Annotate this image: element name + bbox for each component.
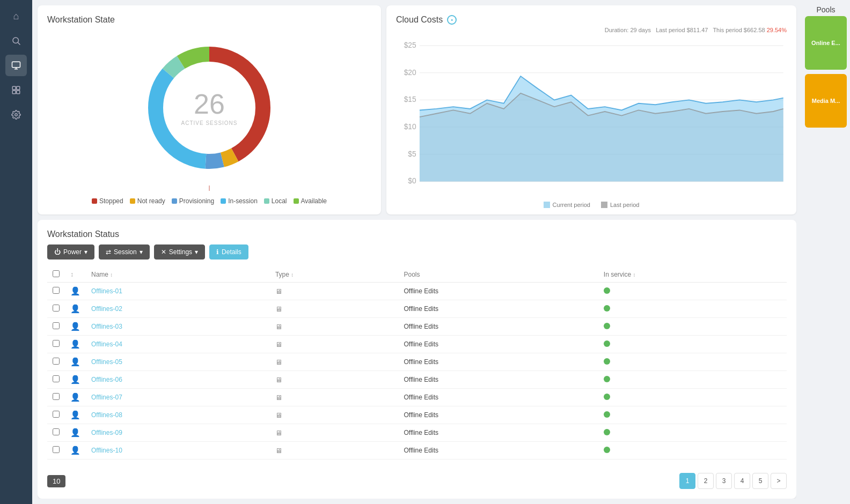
in-service-indicator — [604, 358, 610, 365]
monitor-type-icon: 🖥 — [275, 305, 282, 313]
col-pools-header[interactable]: Pools — [398, 267, 598, 283]
row-user-icon-cell: 👤 — [65, 300, 86, 318]
cloud-costs-info-badge[interactable]: • — [447, 15, 457, 25]
user-icon: 👤 — [70, 357, 80, 366]
pool-item-media[interactable]: Media M... — [805, 74, 847, 128]
row-checkbox-9[interactable] — [53, 446, 60, 453]
table-row: 👤 Offlines-03 🖥 Offline Edits — [47, 318, 787, 336]
row-checkbox-cell — [47, 389, 65, 406]
row-type-cell: 🖥 — [270, 336, 399, 353]
workstation-state-card: Workstation State 26 ACTIVE SESSIONS — [38, 5, 381, 214]
cloud-costs-title: Cloud Costs — [396, 15, 443, 25]
legend-current-period: Current period — [544, 202, 590, 208]
col-sort-header[interactable]: ↕ — [65, 267, 86, 283]
row-name-cell: Offlines-01 — [86, 283, 270, 300]
row-checkbox-1[interactable] — [53, 305, 60, 312]
row-name-cell: Offlines-10 — [86, 442, 270, 459]
select-all-checkbox[interactable] — [53, 270, 60, 277]
page-5-button[interactable]: 5 — [752, 473, 768, 489]
row-checkbox-cell — [47, 371, 65, 389]
row-checkbox-cell — [47, 424, 65, 442]
svg-text:$15: $15 — [404, 95, 416, 103]
cloud-costs-header: Cloud Costs • — [396, 15, 787, 25]
user-icon: 👤 — [70, 304, 80, 313]
row-checkbox-8[interactable] — [53, 428, 60, 435]
sidebar: ⌂ — [0, 0, 32, 504]
user-icon: 👤 — [70, 428, 80, 437]
page-4-button[interactable]: 4 — [734, 473, 750, 489]
sidebar-search-icon[interactable] — [5, 30, 27, 51]
in-service-indicator — [604, 429, 610, 435]
row-checkbox-2[interactable] — [53, 322, 60, 329]
page-next-button[interactable]: > — [771, 473, 787, 489]
page-3-button[interactable]: 3 — [716, 473, 732, 489]
svg-text:$20: $20 — [404, 68, 416, 76]
row-pool-cell: Offline Edits — [398, 406, 598, 424]
row-name-cell: Offlines-08 — [86, 406, 270, 424]
power-label: Power — [63, 248, 82, 256]
table-header-row: ↕ Name ↕ Type ↕ Pools In service ↕ — [47, 267, 787, 283]
main-content: Workstation State 26 ACTIVE SESSIONS — [32, 0, 802, 504]
row-pool-cell: Offline Edits — [398, 300, 598, 318]
row-type-cell: 🖥 — [270, 283, 399, 300]
user-icon: 👤 — [70, 339, 80, 349]
legend-provisioning-label: Provisioning — [179, 197, 214, 205]
active-sessions-label: ACTIVE SESSIONS — [181, 120, 237, 125]
workstation-state-title: Workstation State — [47, 15, 371, 25]
col-type-header[interactable]: Type ↕ — [270, 267, 399, 283]
row-checkbox-4[interactable] — [53, 358, 60, 365]
last-period-value: $811.47 — [687, 27, 708, 33]
table-row: 👤 Offlines-07 🖥 Offline Edits — [47, 389, 787, 406]
legend-stopped: Stopped — [92, 197, 123, 205]
pool-item-online[interactable]: Online E... — [805, 16, 847, 70]
provisioning-dot — [172, 198, 177, 204]
duration-value: 29 days — [630, 27, 651, 33]
svg-rect-5 — [12, 86, 16, 90]
row-checkbox-6[interactable] — [53, 393, 60, 400]
monitor-type-icon: 🖥 — [275, 323, 282, 331]
row-type-cell: 🖥 — [270, 353, 399, 371]
row-checkbox-cell — [47, 353, 65, 371]
row-checkbox-cell — [47, 283, 65, 300]
details-info-icon: ℹ — [216, 248, 219, 256]
page-1-button[interactable]: 1 — [679, 473, 695, 489]
row-checkbox-cell — [47, 336, 65, 353]
settings-x-icon: ✕ — [161, 248, 166, 256]
details-button[interactable]: ℹ Details — [209, 244, 248, 260]
sidebar-layers-icon[interactable] — [5, 79, 27, 101]
session-button[interactable]: ⇄ Session ▾ — [99, 244, 150, 260]
row-checkbox-7[interactable] — [53, 411, 60, 418]
row-pool-cell: Offline Edits — [398, 424, 598, 442]
workstation-table-body: 👤 Offlines-01 🖥 Offline Edits 👤 Offlines… — [47, 283, 787, 459]
row-checkbox-cell — [47, 318, 65, 336]
legend-not-ready-label: Not ready — [137, 197, 165, 205]
row-checkbox-0[interactable] — [53, 287, 60, 294]
this-period-value: $662.58 — [744, 27, 765, 33]
settings-button[interactable]: ✕ Settings ▾ — [154, 244, 205, 260]
sidebar-home-icon[interactable]: ⌂ — [5, 5, 27, 27]
page-2-button[interactable]: 2 — [698, 473, 714, 489]
last-period-label: Last period — [610, 202, 639, 208]
row-checkbox-5[interactable] — [53, 375, 60, 382]
sidebar-settings-icon[interactable] — [5, 104, 27, 125]
row-pool-cell: Offline Edits — [398, 371, 598, 389]
table-row: 👤 Offlines-02 🖥 Offline Edits — [47, 300, 787, 318]
row-type-cell: 🖥 — [270, 406, 399, 424]
current-period-color — [544, 202, 550, 208]
duration-label: Duration — [605, 27, 627, 33]
not-ready-dot — [130, 198, 135, 204]
power-button[interactable]: ⏻ Power ▾ — [47, 244, 94, 260]
legend-last-period: Last period — [601, 202, 639, 208]
settings-label: Settings — [169, 248, 192, 256]
sidebar-monitor-icon[interactable] — [5, 55, 27, 76]
col-name-header[interactable]: Name ↕ — [86, 267, 270, 283]
row-type-cell: 🖥 — [270, 318, 399, 336]
workstation-status-card: Workstation Status ⏻ Power ▾ ⇄ Session ▾… — [38, 220, 796, 499]
row-checkbox-3[interactable] — [53, 340, 60, 347]
in-service-indicator — [604, 447, 610, 453]
donut-center: 26 ACTIVE SESSIONS — [181, 90, 237, 125]
row-checkbox-cell — [47, 406, 65, 424]
legend-stopped-label: Stopped — [99, 197, 123, 205]
col-inservice-header[interactable]: In service ↕ — [598, 267, 787, 283]
row-name-cell: Offlines-03 — [86, 318, 270, 336]
